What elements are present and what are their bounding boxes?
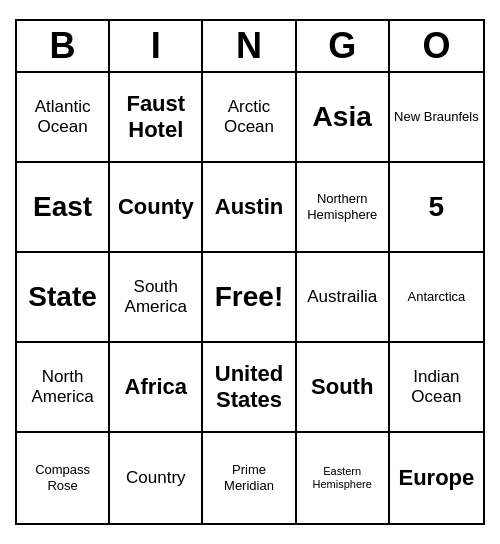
cell-r0-c3: Asia <box>297 73 390 163</box>
cell-text: Europe <box>398 465 474 491</box>
cell-text: Austrailia <box>307 287 377 307</box>
cell-r4-c0: Compass Rose <box>17 433 110 523</box>
cell-text: Africa <box>125 374 187 400</box>
cell-r3-c0: North America <box>17 343 110 433</box>
cell-text: Prime Meridian <box>207 462 290 493</box>
cell-text: South <box>311 374 373 400</box>
bingo-header-letter: N <box>203 21 296 71</box>
cell-text: Asia <box>313 100 372 134</box>
cell-r2-c1: South America <box>110 253 203 343</box>
cell-r0-c0: Atlantic Ocean <box>17 73 110 163</box>
cell-r1-c4: 5 <box>390 163 483 253</box>
bingo-header-letter: I <box>110 21 203 71</box>
cell-r1-c3: Northern Hemisphere <box>297 163 390 253</box>
bingo-header: BINGO <box>17 21 483 73</box>
cell-text: South America <box>114 277 197 318</box>
cell-text: Antarctica <box>407 289 465 305</box>
cell-text: East <box>33 190 92 224</box>
bingo-grid: Atlantic OceanFaust HotelArctic OceanAsi… <box>17 73 483 523</box>
cell-text: County <box>118 194 194 220</box>
cell-text: 5 <box>429 190 445 224</box>
cell-r3-c3: South <box>297 343 390 433</box>
cell-text: New Braunfels <box>394 109 479 125</box>
cell-text: Faust Hotel <box>114 91 197 144</box>
cell-r2-c2: Free! <box>203 253 296 343</box>
cell-r2-c0: State <box>17 253 110 343</box>
cell-text: Free! <box>215 280 283 314</box>
cell-r1-c2: Austin <box>203 163 296 253</box>
cell-r4-c2: Prime Meridian <box>203 433 296 523</box>
cell-r3-c4: Indian Ocean <box>390 343 483 433</box>
cell-r1-c1: County <box>110 163 203 253</box>
cell-r4-c1: Country <box>110 433 203 523</box>
cell-r0-c4: New Braunfels <box>390 73 483 163</box>
cell-r2-c3: Austrailia <box>297 253 390 343</box>
cell-r2-c4: Antarctica <box>390 253 483 343</box>
cell-text: Indian Ocean <box>394 367 479 408</box>
cell-text: State <box>28 280 96 314</box>
cell-r0-c1: Faust Hotel <box>110 73 203 163</box>
cell-r4-c4: Europe <box>390 433 483 523</box>
cell-r3-c1: Africa <box>110 343 203 433</box>
cell-text: Country <box>126 468 186 488</box>
cell-r1-c0: East <box>17 163 110 253</box>
cell-text: Compass Rose <box>21 462 104 493</box>
cell-r0-c2: Arctic Ocean <box>203 73 296 163</box>
cell-r4-c3: Eastern Hemisphere <box>297 433 390 523</box>
cell-text: Arctic Ocean <box>207 97 290 138</box>
bingo-card: BINGO Atlantic OceanFaust HotelArctic Oc… <box>15 19 485 525</box>
cell-text: Atlantic Ocean <box>21 97 104 138</box>
cell-text: United States <box>207 361 290 414</box>
cell-text: Austin <box>215 194 283 220</box>
bingo-header-letter: O <box>390 21 483 71</box>
cell-text: Eastern Hemisphere <box>301 465 384 491</box>
bingo-header-letter: B <box>17 21 110 71</box>
cell-text: Northern Hemisphere <box>301 191 384 222</box>
bingo-header-letter: G <box>297 21 390 71</box>
cell-text: North America <box>21 367 104 408</box>
cell-r3-c2: United States <box>203 343 296 433</box>
